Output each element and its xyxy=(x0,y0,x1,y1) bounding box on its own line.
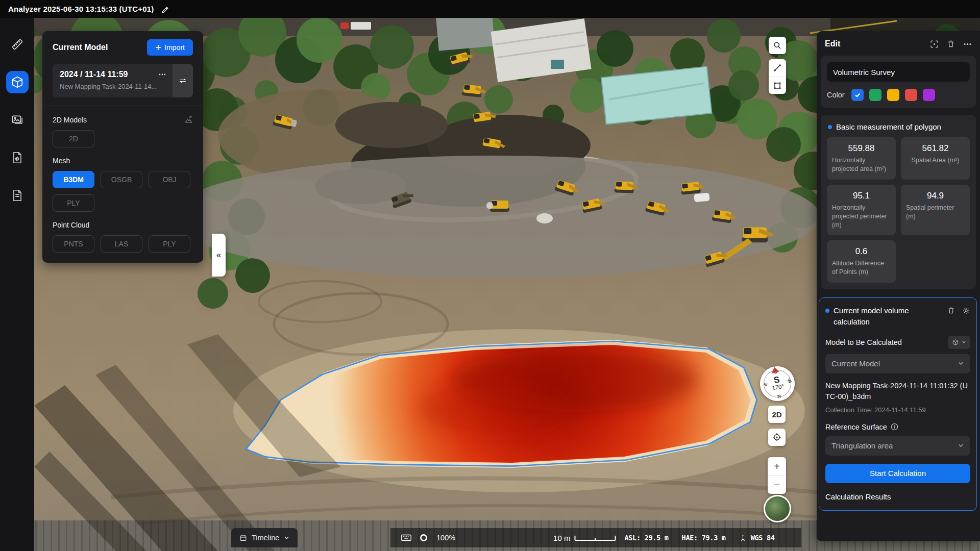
plus-icon xyxy=(155,44,161,51)
mode-2d-button[interactable]: 2D xyxy=(768,406,786,423)
record-circle-icon[interactable] xyxy=(419,533,428,542)
model-type-button[interactable] xyxy=(948,336,970,349)
status-bar: 100% 10 m ASL: 29.5 m HAE: 79.3 m WGS 84 xyxy=(390,528,801,547)
measure-toolbar xyxy=(769,59,786,94)
stat-horizontal-perimeter: 95.1 Horizontally projected perimeter (m… xyxy=(827,185,896,236)
panel-title: Current Model xyxy=(53,43,108,52)
basic-measurement-card: Basic measurement of polygon 559.88 Hori… xyxy=(821,115,976,289)
polygon-measure-button[interactable] xyxy=(769,77,786,94)
volume-calculation-card: Current model volume calculation Model t… xyxy=(819,297,977,511)
ruler-icon xyxy=(11,38,24,51)
timeline-button[interactable]: Timeline xyxy=(231,528,298,547)
model-card[interactable]: 2024 / 11-14 11:59 New Mapping Task-2024… xyxy=(53,64,193,97)
volume-card-title: Current model volume calculation xyxy=(834,305,935,328)
measure-tool-button[interactable] xyxy=(6,33,29,56)
hae-readout: HAE: 79.3 m xyxy=(682,534,726,542)
search-icon xyxy=(772,40,782,51)
zoom-out-button[interactable]: − xyxy=(768,475,786,494)
selected-model-name: New Mapping Task-2024-11-14 11:01:32 (UT… xyxy=(825,381,970,402)
chip-obj[interactable]: OBJ xyxy=(149,171,190,188)
trash-icon[interactable] xyxy=(947,40,955,48)
section-point-cloud: Point Cloud PNTS LAS PLY xyxy=(53,221,193,253)
collapse-panel-button[interactable]: « xyxy=(212,234,226,277)
more-icon[interactable] xyxy=(963,40,972,48)
app-title: Analyzer 2025-06-30 13:15:33 (UTC+01) xyxy=(8,5,154,13)
focus-icon[interactable] xyxy=(930,40,939,48)
chip-osgb[interactable]: OSGB xyxy=(101,171,142,188)
import-button[interactable]: Import xyxy=(147,39,193,56)
collection-time: Collection Time: 2024-11-14 11:59 xyxy=(825,406,970,414)
file-tag-icon xyxy=(11,151,24,164)
zoom-percent: 100% xyxy=(436,534,455,542)
chevron-down-icon xyxy=(962,340,966,344)
calculation-results-label: Calculation Results xyxy=(825,492,970,501)
trash-icon[interactable] xyxy=(947,307,955,314)
basic-measurement-title: Basic measurement of polygon xyxy=(836,122,941,131)
reference-surface-label: Reference Surface xyxy=(825,423,887,431)
color-swatch-green[interactable] xyxy=(869,89,881,101)
line-measure-icon xyxy=(772,63,782,73)
compare-models-button[interactable] xyxy=(173,64,193,97)
line-measure-button[interactable] xyxy=(769,59,786,77)
compass-disc: S E W N S 170° xyxy=(757,364,798,404)
chip-b3dm[interactable]: B3DM xyxy=(53,171,94,188)
bullet-dot xyxy=(828,125,832,129)
annotation-name-input[interactable] xyxy=(827,62,970,82)
mountain-export-icon[interactable] xyxy=(184,115,193,124)
reference-surface-select[interactable]: Triangulation area xyxy=(825,436,970,456)
model-to-calc-label: Model to Be Calculated xyxy=(825,338,902,346)
section-mesh: Mesh B3DM OSGB OBJ PLY xyxy=(53,157,193,212)
tool-rail xyxy=(0,18,34,551)
asl-readout: ASL: 29.5 m xyxy=(624,534,668,542)
report-tool-button[interactable] xyxy=(6,184,29,207)
chip-ply-pc[interactable]: PLY xyxy=(149,235,190,253)
section-2d-models: 2D Models 2D xyxy=(53,115,193,147)
model-select[interactable]: Current Model xyxy=(825,354,970,373)
media-tool-button[interactable] xyxy=(6,109,29,131)
zoom-controls: + − xyxy=(768,457,786,494)
file-lines-icon xyxy=(11,189,24,202)
polygon-measure-icon xyxy=(772,81,782,91)
swap-icon xyxy=(178,76,187,85)
scale-indicator: 10 m xyxy=(553,534,616,542)
edit-panel-title: Edit xyxy=(825,39,840,48)
locate-button[interactable] xyxy=(768,429,786,446)
compass[interactable]: S E W N S 170° xyxy=(760,366,795,401)
annotation-card: Color xyxy=(821,56,976,108)
color-swatch-blue[interactable] xyxy=(851,89,864,101)
chip-las[interactable]: LAS xyxy=(101,235,142,253)
chip-ply-mesh[interactable]: PLY xyxy=(53,194,94,212)
gear-icon[interactable] xyxy=(962,307,970,315)
section-label: Mesh xyxy=(53,157,70,165)
antenna-icon xyxy=(739,534,747,542)
cube-icon xyxy=(952,339,959,346)
color-row: Color xyxy=(827,89,970,101)
section-label: 2D Models xyxy=(53,116,87,124)
chevron-down-icon xyxy=(958,360,964,367)
color-swatch-yellow[interactable] xyxy=(887,89,899,101)
datum-readout: WGS 84 xyxy=(751,534,775,542)
keyboard-icon[interactable] xyxy=(401,532,412,543)
chevron-down-icon xyxy=(958,442,964,449)
stat-spatial-area: 561.82 Spatial Area (m²) xyxy=(901,137,970,180)
stat-spatial-perimeter: 94.9 Spatial perimeter (m) xyxy=(901,185,970,236)
search-button[interactable] xyxy=(769,37,786,54)
info-icon[interactable] xyxy=(891,423,898,431)
zoom-in-button[interactable]: + xyxy=(768,457,786,475)
cube-icon xyxy=(11,76,24,89)
chip-2d[interactable]: 2D xyxy=(53,130,94,147)
start-calculation-button[interactable]: Start Calculation xyxy=(825,464,970,483)
annotation-tool-button[interactable] xyxy=(6,146,29,169)
minimap-thumbnail[interactable] xyxy=(764,495,791,522)
divider xyxy=(42,106,203,106)
color-swatch-red[interactable] xyxy=(905,89,917,101)
model-tool-button[interactable] xyxy=(6,71,29,93)
pencil-icon[interactable] xyxy=(161,5,169,13)
check-icon xyxy=(854,91,861,98)
chip-pnts[interactable]: PNTS xyxy=(53,235,94,253)
scale-bar xyxy=(574,535,616,541)
title-bar: Analyzer 2025-06-30 13:15:33 (UTC+01) xyxy=(0,0,980,18)
more-icon[interactable] xyxy=(158,70,166,79)
color-swatch-purple[interactable] xyxy=(923,89,935,101)
calendar-icon xyxy=(239,534,247,542)
